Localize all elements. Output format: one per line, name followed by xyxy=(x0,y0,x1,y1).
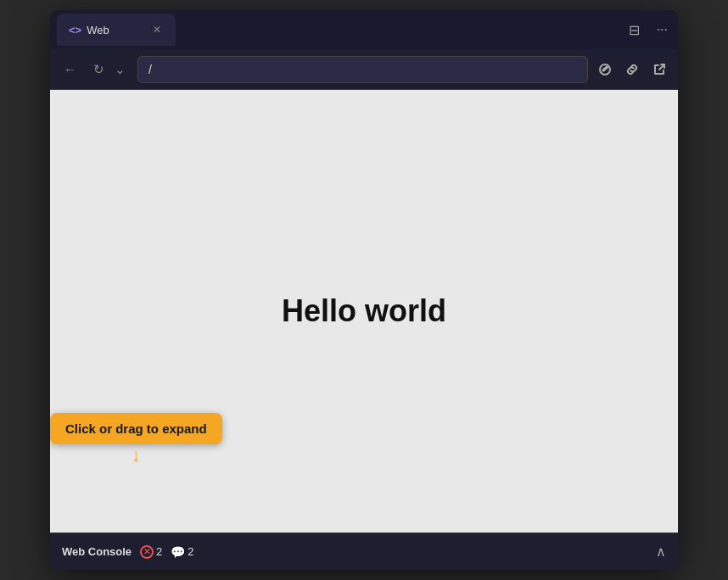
status-right: ∧ xyxy=(656,544,666,560)
comment-badge: 💬 2 xyxy=(171,545,193,559)
layout-icon[interactable]: ⊟ xyxy=(625,19,643,42)
external-link-icon[interactable] xyxy=(649,59,669,80)
collapse-button[interactable]: ∧ xyxy=(656,544,666,559)
reload-button[interactable]: ↻ xyxy=(88,59,109,81)
error-badge: ✕ 2 xyxy=(140,545,162,559)
error-count: 2 xyxy=(156,545,162,558)
tab-bar-right: ⊟ ··· xyxy=(625,19,671,42)
tab-icon: <> xyxy=(69,24,81,36)
status-bar[interactable]: Web Console ✕ 2 💬 2 ∧ xyxy=(50,533,678,570)
tooltip-container: Click or drag to expand ↓ xyxy=(50,413,222,465)
browser-content: Hello world Click or drag to expand ↓ xyxy=(50,90,678,533)
tab-close-button[interactable]: ✕ xyxy=(150,23,164,36)
more-options-icon[interactable]: ··· xyxy=(653,19,671,41)
tooltip-box[interactable]: Click or drag to expand xyxy=(50,413,222,444)
tab-bar: <> Web ✕ ⊟ ··· xyxy=(50,10,678,49)
reload-group: ↻ ⌄ xyxy=(88,59,131,81)
toolbar: ← ↻ ⌄ xyxy=(50,49,678,90)
browser-window: <> Web ✕ ⊟ ··· ← ↻ ⌄ xyxy=(50,10,678,570)
tooltip-arrow-icon: ↓ xyxy=(132,446,141,465)
tab-title: Web xyxy=(87,24,109,36)
web-console-label: Web Console xyxy=(62,545,132,558)
toolbar-right xyxy=(595,59,669,80)
comment-icon: 💬 xyxy=(171,545,185,559)
back-button[interactable]: ← xyxy=(59,59,81,80)
link-icon[interactable] xyxy=(622,59,642,80)
reload-dropdown-button[interactable]: ⌄ xyxy=(109,59,131,81)
page-heading: Hello world xyxy=(282,293,446,329)
error-icon: ✕ xyxy=(140,545,154,559)
active-tab[interactable]: <> Web ✕ xyxy=(57,14,176,46)
status-items: ✕ 2 💬 2 xyxy=(140,545,193,559)
comment-count: 2 xyxy=(188,545,193,558)
customize-icon[interactable] xyxy=(595,59,615,80)
url-input[interactable] xyxy=(137,56,588,83)
